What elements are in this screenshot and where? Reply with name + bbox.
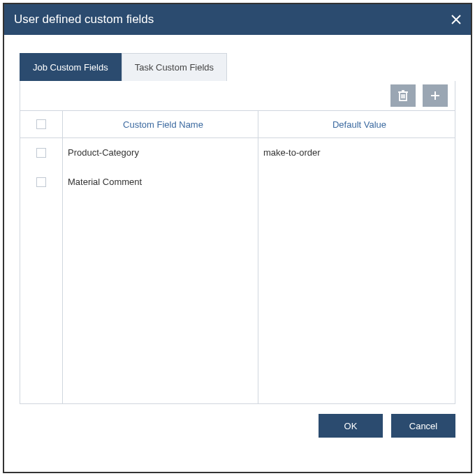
row-name-cell[interactable]: Material Comment	[62, 168, 258, 196]
toolbar	[20, 81, 455, 110]
row-value-cell[interactable]: make-to-order	[258, 138, 455, 167]
title-bar: User defined custom fields	[4, 4, 471, 35]
header-check-cell	[20, 119, 62, 129]
dialog-window: User defined custom fields Job Custom Fi…	[3, 3, 472, 473]
plus-icon	[430, 90, 441, 101]
row-checkbox[interactable]	[36, 148, 46, 158]
row-checkbox[interactable]	[36, 177, 46, 187]
close-button[interactable]	[451, 15, 461, 24]
tab-job-custom-fields[interactable]: Job Custom Fields	[20, 53, 122, 81]
add-button[interactable]	[423, 84, 448, 107]
row-name-cell[interactable]: Product-Category	[62, 138, 258, 167]
cancel-button[interactable]: Cancel	[391, 414, 455, 438]
header-default-value: Default Value	[258, 111, 455, 137]
row-check-cell	[20, 177, 62, 187]
tabs: Job Custom Fields Task Custom Fields	[20, 53, 455, 81]
tab-panel: Custom Field Name Default Value Product-…	[20, 81, 455, 404]
delete-button[interactable]	[390, 84, 416, 107]
ok-button[interactable]: OK	[319, 414, 383, 438]
table-row[interactable]: Material Comment	[20, 168, 455, 197]
table-row[interactable]: Product-Category make-to-order	[20, 138, 455, 168]
header-custom-field-name: Custom Field Name	[62, 111, 258, 137]
trash-icon	[397, 89, 409, 102]
tab-task-custom-fields[interactable]: Task Custom Fields	[122, 53, 227, 81]
dialog-title: User defined custom fields	[14, 13, 154, 27]
grid-body: Product-Category make-to-order Material …	[20, 138, 455, 403]
select-all-checkbox[interactable]	[36, 119, 46, 129]
grid-header: Custom Field Name Default Value	[20, 110, 455, 138]
dialog-footer: OK Cancel	[20, 404, 455, 438]
row-check-cell	[20, 148, 62, 158]
row-value-cell[interactable]	[258, 168, 455, 196]
dialog-content: Job Custom Fields Task Custom Fields Cus…	[4, 35, 471, 452]
close-icon	[451, 15, 461, 24]
